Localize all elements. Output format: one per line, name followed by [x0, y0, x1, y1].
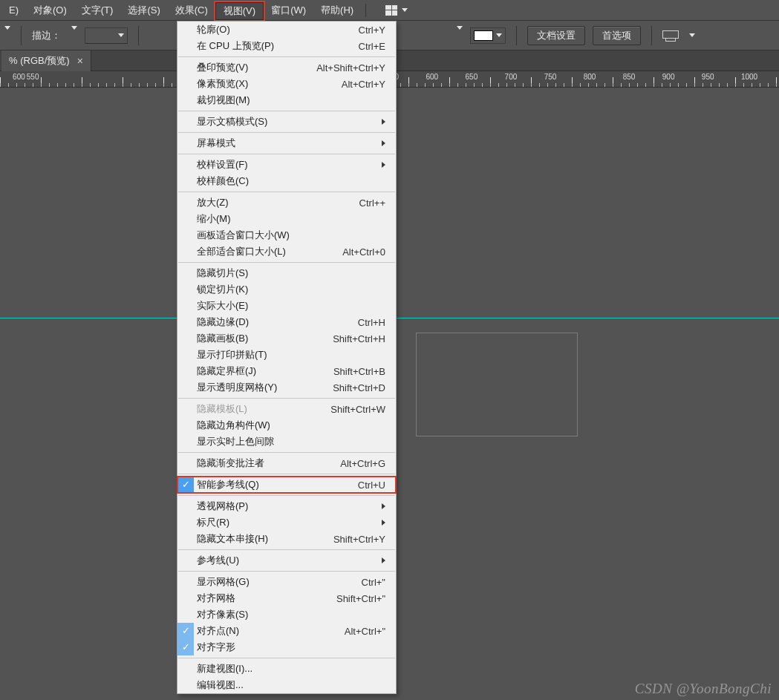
graphic-style-dropdown[interactable] — [454, 30, 463, 41]
preferences-button[interactable]: 首选项 — [593, 26, 641, 45]
background-swatch[interactable] — [470, 27, 506, 44]
check-icon: ✓ — [177, 477, 194, 493]
menu-shortcut: Alt+Ctrl+Y — [342, 79, 385, 90]
menu-item[interactable]: 隐藏画板(B)Shift+Ctrl+H — [177, 330, 396, 347]
stroke-weight-dropdown[interactable] — [68, 30, 77, 41]
check-icon: ✓ — [177, 639, 194, 655]
menu-item[interactable]: 显示打印拼贴(T) — [177, 347, 396, 363]
menu-shortcut: Alt+Ctrl+" — [345, 626, 385, 637]
menu-item-label: 隐藏文本串接(H) — [194, 532, 333, 546]
menu-separator — [178, 658, 395, 658]
menu-item-label: 实际大小(E) — [194, 299, 385, 313]
menu-item[interactable]: ✓对齐点(N)Alt+Ctrl+" — [177, 623, 396, 639]
fill-dropdown[interactable] — [1, 30, 10, 41]
submenu-arrow-icon — [382, 162, 385, 168]
menu-separator — [178, 154, 395, 154]
menu-shortcut: Ctrl+H — [358, 317, 385, 328]
menu-separator — [178, 452, 395, 453]
menu-item-label: 显示实时上色间隙 — [194, 435, 385, 448]
menu-item[interactable]: 显示实时上色间隙 — [177, 434, 396, 450]
menubar: E) 对象(O) 文字(T) 选择(S) 效果(C) 视图(V) 窗口(W) 帮… — [0, 0, 779, 21]
menu-item-label: 参考线(U) — [194, 554, 382, 567]
menu-item-label: 对齐字形 — [194, 641, 385, 654]
menu-item[interactable]: 屏幕模式 — [177, 135, 396, 151]
chevron-down-icon — [689, 33, 695, 37]
menu-item[interactable]: 隐藏定界框(J)Shift+Ctrl+B — [177, 363, 396, 379]
menu-separator — [178, 474, 395, 474]
menu-item[interactable]: ✓智能参考线(Q)Ctrl+U — [177, 477, 396, 493]
watermark-text: CSDN @YoonBongChi — [635, 681, 772, 697]
menu-item[interactable]: 隐藏切片(S) — [177, 265, 396, 281]
menu-item-label: 智能参考线(Q) — [194, 478, 358, 491]
menu-type[interactable]: 文字(T) — [74, 0, 121, 21]
menu-edit[interactable]: E) — [1, 0, 26, 21]
menu-item[interactable]: 全部适合窗口大小(L)Alt+Ctrl+0 — [177, 243, 396, 260]
menu-separator — [178, 549, 395, 550]
arrange-documents-icon — [385, 5, 397, 16]
artboard-outline[interactable] — [416, 333, 578, 436]
menu-item-label: 在 CPU 上预览(P) — [194, 39, 359, 53]
menu-item[interactable]: 标尺(R) — [177, 514, 396, 531]
menu-item-label: 隐藏切片(S) — [194, 266, 385, 280]
document-setup-button[interactable]: 文档设置 — [527, 26, 585, 45]
menu-shortcut: Alt+Ctrl+0 — [342, 246, 385, 258]
menu-item[interactable]: 隐藏边缘(D)Ctrl+H — [177, 314, 396, 330]
menu-separator — [178, 398, 395, 399]
check-icon: ✓ — [177, 623, 194, 639]
menu-separator — [178, 192, 395, 192]
menu-separator — [178, 495, 395, 496]
submenu-arrow-icon — [382, 503, 385, 509]
menu-item[interactable]: 显示文稿模式(S) — [177, 114, 396, 130]
menu-item-label: 缩小(M) — [194, 212, 385, 226]
align-panel-icon[interactable] — [662, 28, 679, 43]
menu-item[interactable]: 新建视图(I)... — [177, 661, 396, 677]
menu-item[interactable]: 显示网格(G)Ctrl+" — [177, 574, 396, 590]
menu-item-label: 透视网格(P) — [194, 500, 382, 513]
menu-object[interactable]: 对象(O) — [26, 0, 74, 21]
menu-item[interactable]: 对齐网格Shift+Ctrl+" — [177, 590, 396, 606]
menu-item[interactable]: 缩小(M) — [177, 211, 396, 227]
submenu-arrow-icon — [382, 520, 385, 526]
menu-item[interactable]: 校样设置(F) — [177, 157, 396, 173]
stroke-label: 描边： — [32, 29, 61, 42]
menu-item[interactable]: ✓对齐字形 — [177, 639, 396, 655]
menu-item[interactable]: 透视网格(P) — [177, 498, 396, 514]
menu-item-label: 新建视图(I)... — [194, 662, 385, 676]
menu-item[interactable]: 在 CPU 上预览(P)Ctrl+E — [177, 38, 396, 54]
arrange-documents-button[interactable] — [385, 5, 408, 16]
menu-item-label: 显示透明度网格(Y) — [194, 381, 333, 394]
menu-item-label: 隐藏边角构件(W) — [194, 419, 385, 432]
menu-help[interactable]: 帮助(H) — [313, 0, 361, 21]
menu-item-label: 校样设置(F) — [194, 158, 382, 171]
menu-item[interactable]: 隐藏渐变批注者Alt+Ctrl+G — [177, 455, 396, 471]
menu-item[interactable]: 锁定切片(K) — [177, 281, 396, 298]
menu-item[interactable]: 显示透明度网格(Y)Shift+Ctrl+D — [177, 379, 396, 396]
menu-item-label: 显示网格(G) — [194, 575, 362, 589]
menu-item[interactable]: 画板适合窗口大小(W) — [177, 227, 396, 243]
menu-item-label: 画板适合窗口大小(W) — [194, 229, 385, 242]
menu-item[interactable]: 对齐像素(S) — [177, 606, 396, 623]
menu-view[interactable]: 视图(V) — [215, 2, 264, 20]
document-tab[interactable]: % (RGB/预览) × — [1, 50, 91, 71]
menu-item[interactable]: 叠印预览(V)Alt+Shift+Ctrl+Y — [177, 59, 396, 76]
menu-shortcut: Shift+Ctrl+Y — [333, 534, 385, 545]
menu-window[interactable]: 窗口(W) — [264, 0, 313, 21]
menu-item[interactable]: 裁切视图(M) — [177, 92, 396, 108]
menu-item[interactable]: 放大(Z)Ctrl++ — [177, 194, 396, 211]
menu-item[interactable]: 编辑视图... — [177, 677, 396, 693]
menu-select[interactable]: 选择(S) — [120, 0, 167, 21]
stroke-weight-field[interactable] — [85, 27, 128, 44]
menu-effect[interactable]: 效果(C) — [168, 0, 215, 21]
menu-item[interactable]: 隐藏边角构件(W) — [177, 417, 396, 434]
menu-item[interactable]: 参考线(U) — [177, 552, 396, 569]
menu-item[interactable]: 实际大小(E) — [177, 298, 396, 314]
menu-shortcut: Ctrl+E — [359, 41, 385, 52]
menu-item[interactable]: 隐藏文本串接(H)Shift+Ctrl+Y — [177, 531, 396, 547]
menu-item-label: 隐藏模板(L) — [194, 402, 330, 416]
document-tab-label: % (RGB/预览) — [9, 54, 70, 68]
menu-item-label: 放大(Z) — [194, 196, 359, 209]
menu-item[interactable]: 像素预览(X)Alt+Ctrl+Y — [177, 76, 396, 92]
menu-item[interactable]: 校样颜色(C) — [177, 173, 396, 189]
close-tab-icon[interactable]: × — [77, 55, 83, 67]
menu-item[interactable]: 轮廓(O)Ctrl+Y — [177, 22, 396, 38]
